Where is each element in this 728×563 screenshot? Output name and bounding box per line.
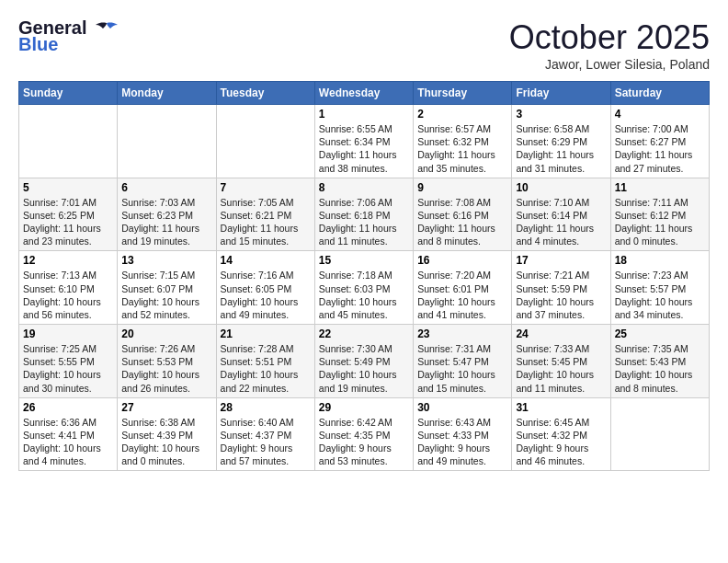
col-friday: Friday xyxy=(512,82,610,105)
day-number: 25 xyxy=(615,327,705,340)
table-row: 8Sunrise: 7:06 AM Sunset: 6:18 PM Daylig… xyxy=(314,178,413,251)
day-info: Sunrise: 7:18 AM Sunset: 6:03 PM Dayligh… xyxy=(319,269,409,321)
day-info: Sunrise: 7:13 AM Sunset: 6:10 PM Dayligh… xyxy=(23,269,113,321)
day-info: Sunrise: 6:40 AM Sunset: 4:37 PM Dayligh… xyxy=(221,416,311,468)
logo-blue-text: Blue xyxy=(18,34,58,55)
table-row xyxy=(118,105,216,178)
day-number: 9 xyxy=(417,181,507,194)
table-row: 27Sunrise: 6:38 AM Sunset: 4:39 PM Dayli… xyxy=(118,397,216,471)
month-title: October 2025 xyxy=(509,18,710,57)
day-info: Sunrise: 7:23 AM Sunset: 5:57 PM Dayligh… xyxy=(615,269,705,321)
table-row: 12Sunrise: 7:13 AM Sunset: 6:10 PM Dayli… xyxy=(19,251,118,325)
col-saturday: Saturday xyxy=(610,82,709,105)
table-row: 7Sunrise: 7:05 AM Sunset: 6:21 PM Daylig… xyxy=(216,178,314,251)
table-row: 24Sunrise: 7:33 AM Sunset: 5:45 PM Dayli… xyxy=(512,325,610,398)
day-number: 14 xyxy=(221,254,311,267)
day-info: Sunrise: 6:45 AM Sunset: 4:32 PM Dayligh… xyxy=(516,416,606,468)
day-info: Sunrise: 7:16 AM Sunset: 6:05 PM Dayligh… xyxy=(221,269,311,321)
table-row: 31Sunrise: 6:45 AM Sunset: 4:32 PM Dayli… xyxy=(512,397,610,471)
day-number: 12 xyxy=(23,254,113,267)
table-row: 19Sunrise: 7:25 AM Sunset: 5:55 PM Dayli… xyxy=(19,325,118,398)
title-block: October 2025 Jawor, Lower Silesia, Polan… xyxy=(509,18,710,72)
day-info: Sunrise: 7:30 AM Sunset: 5:49 PM Dayligh… xyxy=(319,342,409,395)
day-info: Sunrise: 7:15 AM Sunset: 6:07 PM Dayligh… xyxy=(121,269,211,321)
day-info: Sunrise: 7:26 AM Sunset: 5:53 PM Dayligh… xyxy=(121,342,211,395)
day-info: Sunrise: 6:55 AM Sunset: 6:34 PM Dayligh… xyxy=(319,122,409,175)
day-number: 26 xyxy=(23,401,113,414)
table-row: 13Sunrise: 7:15 AM Sunset: 6:07 PM Dayli… xyxy=(118,251,216,325)
day-number: 16 xyxy=(417,254,507,267)
page-header: General Blue October 2025 Jawor, Lower S… xyxy=(18,18,710,72)
table-row: 1Sunrise: 6:55 AM Sunset: 6:34 PM Daylig… xyxy=(314,105,413,178)
table-row: 21Sunrise: 7:28 AM Sunset: 5:51 PM Dayli… xyxy=(216,325,314,398)
day-info: Sunrise: 7:05 AM Sunset: 6:21 PM Dayligh… xyxy=(221,196,311,248)
day-number: 31 xyxy=(516,401,606,414)
day-number: 2 xyxy=(417,108,507,121)
day-info: Sunrise: 7:06 AM Sunset: 6:18 PM Dayligh… xyxy=(319,196,409,248)
calendar-week-row: 1Sunrise: 6:55 AM Sunset: 6:34 PM Daylig… xyxy=(19,105,710,178)
day-info: Sunrise: 7:28 AM Sunset: 5:51 PM Dayligh… xyxy=(221,342,311,395)
day-info: Sunrise: 7:03 AM Sunset: 6:23 PM Dayligh… xyxy=(121,196,211,248)
day-info: Sunrise: 7:31 AM Sunset: 5:47 PM Dayligh… xyxy=(417,342,507,395)
table-row: 20Sunrise: 7:26 AM Sunset: 5:53 PM Dayli… xyxy=(118,325,216,398)
calendar-week-row: 26Sunrise: 6:36 AM Sunset: 4:41 PM Dayli… xyxy=(19,397,710,471)
day-number: 5 xyxy=(23,181,113,194)
col-wednesday: Wednesday xyxy=(314,82,413,105)
day-number: 22 xyxy=(319,327,409,340)
table-row: 10Sunrise: 7:10 AM Sunset: 6:14 PM Dayli… xyxy=(512,178,610,251)
day-info: Sunrise: 7:35 AM Sunset: 5:43 PM Dayligh… xyxy=(615,342,705,395)
table-row: 9Sunrise: 7:08 AM Sunset: 6:16 PM Daylig… xyxy=(414,178,512,251)
table-row: 4Sunrise: 7:00 AM Sunset: 6:27 PM Daylig… xyxy=(610,105,709,178)
day-number: 7 xyxy=(221,181,311,194)
day-number: 24 xyxy=(516,327,606,340)
day-number: 23 xyxy=(417,327,507,340)
table-row: 28Sunrise: 6:40 AM Sunset: 4:37 PM Dayli… xyxy=(216,397,314,471)
day-number: 27 xyxy=(121,401,211,414)
col-tuesday: Tuesday xyxy=(216,82,314,105)
table-row: 23Sunrise: 7:31 AM Sunset: 5:47 PM Dayli… xyxy=(414,325,512,398)
day-info: Sunrise: 7:10 AM Sunset: 6:14 PM Dayligh… xyxy=(516,196,606,248)
calendar-week-row: 5Sunrise: 7:01 AM Sunset: 6:25 PM Daylig… xyxy=(19,178,710,251)
day-number: 29 xyxy=(319,401,409,414)
table-row xyxy=(19,105,118,178)
day-number: 15 xyxy=(319,254,409,267)
location: Jawor, Lower Silesia, Poland xyxy=(509,57,710,72)
table-row: 11Sunrise: 7:11 AM Sunset: 6:12 PM Dayli… xyxy=(610,178,709,251)
day-number: 30 xyxy=(417,401,507,414)
day-number: 1 xyxy=(319,108,409,121)
day-number: 11 xyxy=(615,181,705,194)
table-row: 16Sunrise: 7:20 AM Sunset: 6:01 PM Dayli… xyxy=(414,251,512,325)
day-number: 4 xyxy=(615,108,705,121)
table-row: 15Sunrise: 7:18 AM Sunset: 6:03 PM Dayli… xyxy=(314,251,413,325)
table-row: 25Sunrise: 7:35 AM Sunset: 5:43 PM Dayli… xyxy=(610,325,709,398)
calendar-week-row: 19Sunrise: 7:25 AM Sunset: 5:55 PM Dayli… xyxy=(19,325,710,398)
day-number: 19 xyxy=(23,327,113,340)
day-info: Sunrise: 7:25 AM Sunset: 5:55 PM Dayligh… xyxy=(23,342,113,395)
day-number: 6 xyxy=(121,181,211,194)
table-row xyxy=(610,397,709,471)
day-info: Sunrise: 7:00 AM Sunset: 6:27 PM Dayligh… xyxy=(615,122,705,175)
table-row: 2Sunrise: 6:57 AM Sunset: 6:32 PM Daylig… xyxy=(414,105,512,178)
day-info: Sunrise: 6:57 AM Sunset: 6:32 PM Dayligh… xyxy=(417,122,507,175)
day-number: 10 xyxy=(516,181,606,194)
day-info: Sunrise: 7:33 AM Sunset: 5:45 PM Dayligh… xyxy=(516,342,606,395)
day-number: 18 xyxy=(615,254,705,267)
table-row: 29Sunrise: 6:42 AM Sunset: 4:35 PM Dayli… xyxy=(314,397,413,471)
day-info: Sunrise: 6:42 AM Sunset: 4:35 PM Dayligh… xyxy=(319,416,409,468)
day-info: Sunrise: 6:36 AM Sunset: 4:41 PM Dayligh… xyxy=(23,416,113,468)
logo-bird-icon xyxy=(94,21,119,38)
day-number: 13 xyxy=(121,254,211,267)
table-row xyxy=(216,105,314,178)
calendar-week-row: 12Sunrise: 7:13 AM Sunset: 6:10 PM Dayli… xyxy=(19,251,710,325)
table-row: 30Sunrise: 6:43 AM Sunset: 4:33 PM Dayli… xyxy=(414,397,512,471)
col-thursday: Thursday xyxy=(414,82,512,105)
day-number: 3 xyxy=(516,108,606,121)
day-info: Sunrise: 6:43 AM Sunset: 4:33 PM Dayligh… xyxy=(417,416,507,468)
day-number: 17 xyxy=(516,254,606,267)
table-row: 14Sunrise: 7:16 AM Sunset: 6:05 PM Dayli… xyxy=(216,251,314,325)
day-info: Sunrise: 6:58 AM Sunset: 6:29 PM Dayligh… xyxy=(516,122,606,175)
table-row: 5Sunrise: 7:01 AM Sunset: 6:25 PM Daylig… xyxy=(19,178,118,251)
day-number: 20 xyxy=(121,327,211,340)
day-number: 28 xyxy=(221,401,311,414)
calendar-table: Sunday Monday Tuesday Wednesday Thursday… xyxy=(18,81,710,471)
